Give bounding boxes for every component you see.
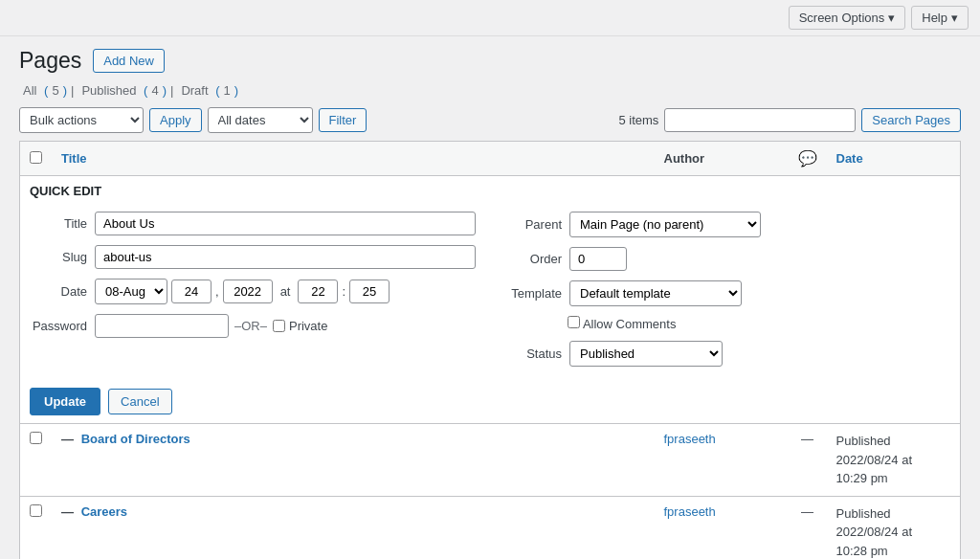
qe-parent-label: Parent bbox=[504, 217, 562, 232]
filter-published-link[interactable]: Published (4) bbox=[78, 83, 167, 98]
col-author-header: Author bbox=[655, 142, 789, 176]
filter-draft-link[interactable]: Draft (1) bbox=[177, 83, 238, 98]
row-checkbox-cell bbox=[20, 496, 53, 559]
qe-order-label: Order bbox=[504, 252, 562, 266]
board-of-directors-link[interactable]: — Board of Directors bbox=[61, 432, 190, 446]
qe-slug-input[interactable]: about-us bbox=[95, 245, 476, 269]
quick-edit-cell: QUICK EDIT Title About Us bbox=[20, 176, 961, 424]
filter-all-link[interactable]: All (5) bbox=[19, 83, 67, 98]
row-author-cell: fpraseeth bbox=[655, 496, 789, 559]
row-title-cell: — Board of Directors bbox=[52, 424, 655, 497]
qe-hour-input[interactable] bbox=[298, 280, 338, 303]
qe-allow-comments-row: Allow Comments bbox=[504, 316, 950, 331]
qe-template-select[interactable]: Default template bbox=[569, 280, 742, 306]
screen-options-button[interactable]: Screen Options ▾ bbox=[789, 6, 906, 30]
date-value: 2022/08/24 at bbox=[836, 453, 913, 467]
toolbar-right: 5 items Search Pages bbox=[618, 108, 961, 132]
qe-title-input[interactable]: About Us bbox=[95, 212, 476, 235]
author-link[interactable]: fpraseeth bbox=[664, 432, 716, 446]
chevron-down-icon: ▾ bbox=[888, 11, 895, 25]
chevron-down-icon: ▾ bbox=[951, 11, 958, 25]
help-button[interactable]: Help ▾ bbox=[911, 6, 969, 30]
qe-order-field: Order bbox=[504, 247, 950, 271]
apply-button[interactable]: Apply bbox=[149, 108, 202, 132]
add-new-button[interactable]: Add New bbox=[93, 49, 165, 73]
qe-title-label: Title bbox=[30, 216, 87, 231]
row-comments-cell: — bbox=[789, 496, 827, 559]
qe-slug-label: Slug bbox=[30, 250, 87, 264]
pages-table: Title Author 💬 Date QU bbox=[19, 141, 961, 559]
qe-order-input[interactable] bbox=[569, 247, 627, 271]
col-date-header[interactable]: Date bbox=[827, 142, 961, 176]
qe-password-field: Password –OR– Private bbox=[30, 314, 476, 338]
quick-edit-title: QUICK EDIT bbox=[30, 184, 950, 198]
qe-private-checkbox[interactable] bbox=[273, 320, 285, 332]
qe-or-label: –OR– bbox=[234, 319, 267, 333]
qe-status-field: Status Published bbox=[504, 341, 950, 367]
qe-month-select[interactable]: 08-Aug bbox=[95, 279, 167, 304]
qe-status-select[interactable]: Published bbox=[569, 341, 723, 367]
qe-actions: Update Cancel bbox=[30, 388, 950, 415]
row-comments-cell: — bbox=[789, 424, 827, 497]
qe-minute-input[interactable] bbox=[349, 280, 390, 303]
filter-button[interactable]: Filter bbox=[319, 108, 368, 132]
qe-date-label: Date bbox=[30, 284, 87, 299]
select-all-checkbox[interactable] bbox=[30, 151, 42, 164]
items-count: 5 items bbox=[618, 113, 658, 127]
qe-parent-select[interactable]: Main Page (no parent) bbox=[569, 212, 761, 237]
qe-template-field: Template Default template bbox=[504, 280, 950, 306]
qe-parent-field: Parent Main Page (no parent) bbox=[504, 212, 950, 237]
qe-password-input[interactable] bbox=[95, 314, 229, 338]
table-row: — Board of Directors fpraseeth — Publish… bbox=[20, 424, 961, 497]
top-bar: Screen Options ▾ Help ▾ bbox=[0, 0, 980, 36]
qe-title-field: Title About Us bbox=[30, 212, 476, 235]
all-dates-select[interactable]: All dates bbox=[208, 107, 313, 133]
date-status: Published bbox=[836, 506, 891, 521]
qe-right-col: Parent Main Page (no parent) Order bbox=[504, 212, 950, 367]
qe-date-field: Date 08-Aug , at bbox=[30, 279, 476, 304]
quick-edit-form: Title About Us Slug about-us bbox=[30, 212, 950, 415]
select-all-checkbox-cell bbox=[20, 142, 53, 176]
cancel-button[interactable]: Cancel bbox=[108, 389, 171, 414]
careers-link[interactable]: — Careers bbox=[61, 504, 127, 519]
row-date-cell: Published 2022/08/24 at 10:28 pm bbox=[827, 496, 961, 559]
qe-day-input[interactable] bbox=[171, 280, 212, 303]
row-checkbox[interactable] bbox=[30, 504, 42, 517]
col-title-header[interactable]: Title bbox=[52, 142, 655, 176]
table-header-row: Title Author 💬 Date bbox=[20, 142, 961, 176]
qe-year-input[interactable] bbox=[223, 280, 273, 303]
row-title-cell: — Careers bbox=[52, 496, 655, 559]
date-status: Published bbox=[836, 434, 891, 448]
toolbar: Bulk actions Apply All dates Filter 5 it… bbox=[19, 107, 961, 133]
author-link[interactable]: fpraseeth bbox=[664, 504, 716, 519]
qe-allow-comments-label[interactable]: Allow Comments bbox=[568, 316, 676, 331]
help-label: Help bbox=[922, 11, 947, 25]
search-input[interactable] bbox=[664, 108, 856, 132]
row-checkbox-cell bbox=[20, 424, 53, 497]
qe-password-label: Password bbox=[30, 319, 87, 333]
qe-status-label: Status bbox=[504, 347, 562, 361]
qe-password-row: –OR– Private bbox=[95, 314, 327, 338]
col-comments-header: 💬 bbox=[789, 142, 827, 176]
search-pages-button[interactable]: Search Pages bbox=[861, 108, 961, 132]
page-title: Pages bbox=[19, 48, 81, 74]
date-time: 10:29 pm bbox=[836, 471, 888, 485]
screen-options-label: Screen Options bbox=[799, 11, 885, 25]
row-date-cell: Published 2022/08/24 at 10:29 pm bbox=[827, 424, 961, 497]
qe-allow-comments-checkbox[interactable] bbox=[568, 316, 580, 328]
qe-date-fields: 08-Aug , at : bbox=[95, 279, 390, 304]
update-button[interactable]: Update bbox=[30, 388, 100, 415]
main-content: Pages Add New All (5) | Published (4) | … bbox=[0, 36, 980, 559]
table-row: — Careers fpraseeth — Published 2022/08/… bbox=[20, 496, 961, 559]
row-checkbox[interactable] bbox=[30, 432, 42, 444]
about-us-row: QUICK EDIT Title About Us bbox=[20, 176, 961, 424]
qe-template-label: Template bbox=[504, 286, 562, 301]
comment-bubble-icon: 💬 bbox=[798, 150, 817, 167]
row-author-cell: fpraseeth bbox=[655, 424, 789, 497]
qe-slug-field: Slug about-us bbox=[30, 245, 476, 269]
bulk-actions-select[interactable]: Bulk actions bbox=[19, 107, 144, 133]
filter-links: All (5) | Published (4) | Draft (1) bbox=[19, 83, 961, 98]
qe-private-label[interactable]: Private bbox=[273, 319, 327, 333]
date-value: 2022/08/24 at bbox=[836, 525, 913, 539]
date-time: 10:28 pm bbox=[836, 544, 888, 558]
